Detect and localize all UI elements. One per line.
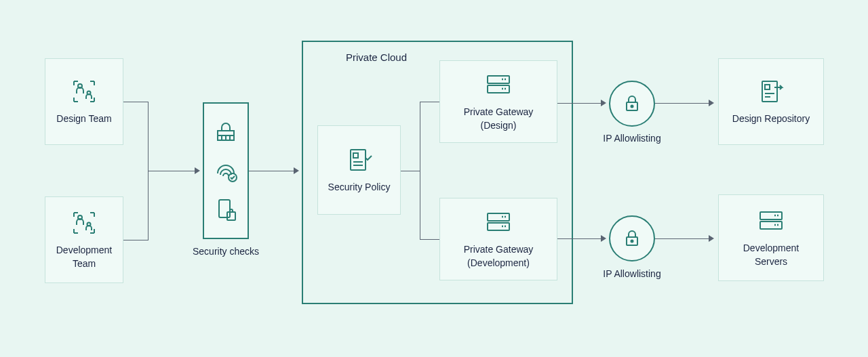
arrowhead-icon	[601, 100, 606, 106]
connector	[655, 103, 709, 104]
team-icon	[70, 209, 98, 237]
connector	[655, 238, 709, 239]
device-security-icon	[212, 196, 239, 223]
ip-allowlist-top-label: IP Allowlisting	[585, 133, 679, 144]
development-team-label: Development Team	[54, 244, 115, 270]
design-team-label: Design Team	[56, 112, 111, 126]
development-team-node: Development Team	[45, 196, 123, 283]
connector	[148, 171, 195, 171]
connector	[557, 238, 601, 239]
design-team-node: Design Team	[45, 58, 123, 145]
connector	[420, 102, 420, 240]
ip-allowlist-top-node	[609, 81, 655, 127]
svg-rect-11	[488, 85, 509, 93]
private-gateway-design-node: Private Gateway (Design)	[439, 60, 557, 143]
private-cloud-title: Private Cloud	[346, 51, 407, 63]
gateway-dev-label: Private Gateway (Development)	[448, 243, 549, 270]
svg-point-15	[631, 106, 633, 108]
server-icon	[484, 70, 513, 99]
arrowhead-icon	[294, 167, 299, 174]
connector	[123, 240, 148, 240]
svg-point-17	[631, 240, 633, 243]
security-policy-label: Security Policy	[328, 181, 391, 194]
arrowhead-icon	[601, 235, 606, 242]
ip-allowlist-bottom-label: IP Allowlisting	[585, 268, 679, 279]
private-gateway-dev-node: Private Gateway (Development)	[439, 198, 557, 280]
svg-rect-9	[353, 153, 358, 158]
design-repository-label: Design Repository	[732, 112, 810, 126]
development-servers-label: Development Servers	[727, 242, 815, 268]
arrowhead-icon	[195, 167, 200, 174]
svg-rect-21	[760, 222, 782, 229]
svg-rect-6	[219, 200, 230, 217]
connector	[420, 102, 439, 102]
connector	[420, 239, 439, 240]
connector	[249, 171, 294, 171]
development-servers-node: Development Servers	[718, 194, 824, 281]
fingerprint-check-icon	[212, 157, 239, 184]
svg-rect-20	[760, 212, 782, 219]
svg-rect-13	[488, 223, 509, 230]
svg-rect-12	[488, 213, 509, 221]
server-icon	[484, 208, 513, 236]
team-icon	[70, 77, 98, 106]
security-policy-node: Security Policy	[317, 125, 401, 215]
connector	[557, 103, 601, 104]
gateway-design-label: Private Gateway (Design)	[448, 106, 549, 132]
security-checks-node	[203, 102, 249, 239]
connector	[123, 102, 148, 102]
firewall-lock-icon	[212, 119, 239, 146]
svg-rect-10	[488, 76, 509, 83]
design-repository-node: Design Repository	[718, 58, 824, 145]
svg-rect-19	[765, 85, 770, 89]
server-icon	[757, 207, 785, 235]
security-checks-label: Security checks	[178, 246, 273, 257]
arrowhead-icon	[709, 100, 714, 106]
svg-rect-7	[227, 212, 235, 220]
repository-icon	[757, 77, 785, 106]
arrowhead-icon	[709, 235, 714, 242]
connector	[401, 171, 420, 171]
ip-allowlist-bottom-node	[609, 215, 655, 261]
policy-document-icon	[345, 146, 374, 174]
